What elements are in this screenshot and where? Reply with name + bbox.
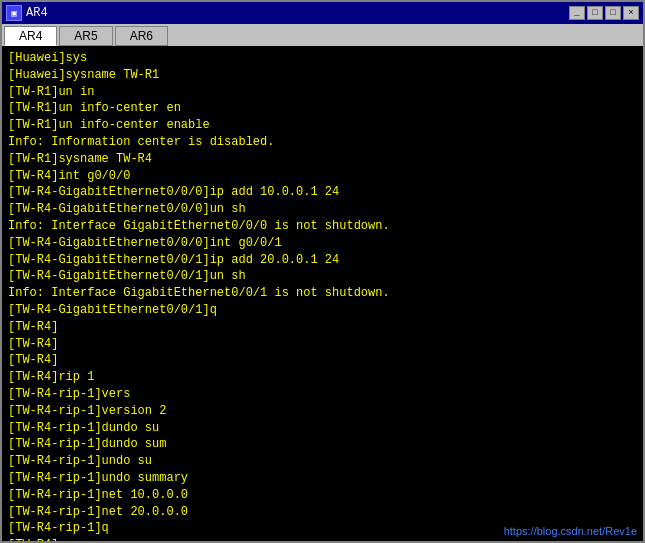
tab-ar5[interactable]: AR5	[59, 26, 112, 46]
close-button[interactable]: ×	[623, 6, 639, 20]
restore-button[interactable]: □	[587, 6, 603, 20]
watermark: https://blog.csdn.net/Rev1e	[504, 525, 637, 537]
maximize-button[interactable]: □	[605, 6, 621, 20]
minimize-button[interactable]: _	[569, 6, 585, 20]
tab-ar4[interactable]: AR4	[4, 26, 57, 46]
tab-bar: AR4 AR5 AR6	[2, 24, 643, 46]
app-icon: ▣	[6, 5, 22, 21]
main-window: ▣ AR4 _ □ □ × AR4 AR5 AR6 [Huawei]sys [H…	[0, 0, 645, 543]
terminal-content: [Huawei]sys [Huawei]sysname TW-R1 [TW-R1…	[8, 50, 637, 541]
title-controls: _ □ □ ×	[569, 6, 639, 20]
title-bar: ▣ AR4 _ □ □ ×	[2, 2, 643, 24]
terminal-area[interactable]: [Huawei]sys [Huawei]sysname TW-R1 [TW-R1…	[2, 46, 643, 541]
title-bar-left: ▣ AR4	[6, 5, 48, 21]
window-title: AR4	[26, 6, 48, 20]
tab-ar6[interactable]: AR6	[115, 26, 168, 46]
